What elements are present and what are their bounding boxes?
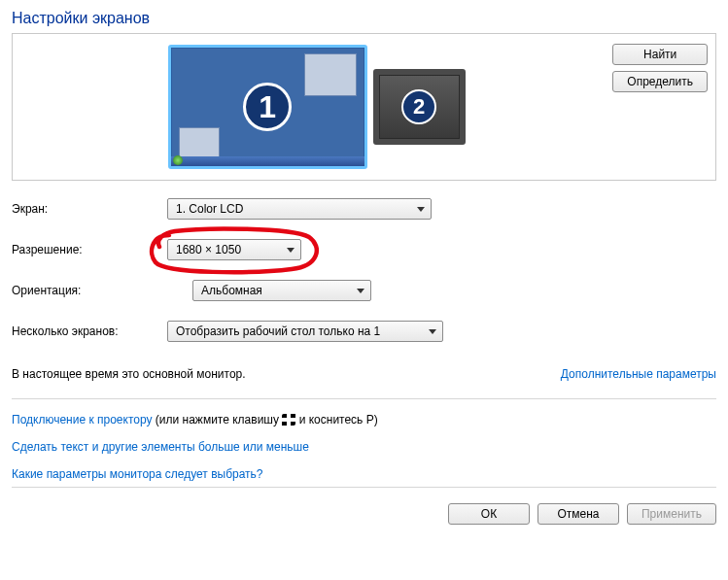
divider (12, 398, 716, 399)
orientation-dropdown-value: Альбомная (201, 284, 262, 297)
start-orb-icon (173, 155, 183, 165)
projector-link[interactable]: Подключение к проектору (12, 413, 153, 426)
resolution-dropdown[interactable]: 1680 × 1050 (167, 239, 301, 260)
screen-dropdown[interactable]: 1. Color LCD (167, 198, 432, 220)
primary-monitor-info: В настоящее время это основной монитор. (12, 367, 246, 381)
page-title: Настройки экранов (12, 10, 716, 27)
window-decoration-icon (304, 53, 357, 96)
chevron-down-icon (417, 207, 425, 212)
monitor-1[interactable]: 1 (168, 45, 367, 169)
windows-key-icon (282, 414, 295, 426)
screen-label: Экран: (12, 202, 167, 216)
cancel-button[interactable]: Отмена (537, 503, 619, 525)
apply-button[interactable]: Применить (627, 503, 716, 525)
monitor-help-link[interactable]: Какие параметры монитора следует выбрать… (12, 467, 263, 481)
chevron-down-icon (357, 289, 364, 293)
orientation-dropdown[interactable]: Альбомная (192, 280, 371, 301)
ok-button[interactable]: ОК (448, 503, 530, 525)
text-size-link[interactable]: Сделать текст и другие элементы больше и… (12, 440, 309, 454)
projector-hint-before: (или нажмите клавишу (153, 413, 283, 426)
advanced-settings-link[interactable]: Дополнительные параметры (561, 367, 716, 381)
monitor-number-badge: 2 (401, 89, 436, 124)
display-preview-box: 1 2 Найти Определить (12, 33, 716, 181)
screen-dropdown-value: 1. Color LCD (176, 202, 243, 216)
projector-hint-after: и коснитесь P) (295, 413, 377, 426)
orientation-label: Ориентация: (12, 284, 167, 297)
monitor-2[interactable]: 2 (373, 69, 466, 145)
chevron-down-icon (429, 329, 436, 334)
taskbar-icon (171, 156, 364, 166)
resolution-dropdown-value: 1680 × 1050 (176, 243, 241, 256)
resolution-label: Разрешение: (12, 243, 167, 256)
divider (12, 487, 716, 488)
multi-display-dropdown[interactable]: Отобразить рабочий стол только на 1 (167, 321, 443, 342)
window-decoration-icon (179, 127, 220, 160)
multi-display-dropdown-value: Отобразить рабочий стол только на 1 (176, 324, 380, 338)
chevron-down-icon (287, 248, 295, 253)
identify-button[interactable]: Определить (612, 71, 708, 92)
display-preview-area[interactable]: 1 2 (20, 34, 612, 180)
multi-display-label: Несколько экранов: (12, 324, 167, 338)
find-button[interactable]: Найти (612, 44, 708, 65)
monitor-number-badge: 1 (243, 83, 292, 131)
